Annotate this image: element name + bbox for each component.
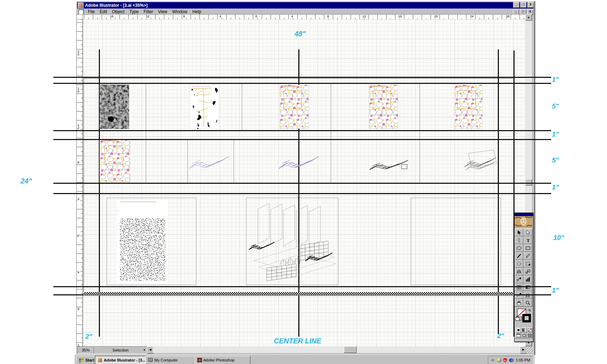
hruler-num: 8	[183, 15, 185, 18]
minimize-button[interactable]: _	[513, 2, 520, 8]
status-mode-box[interactable]: Selection ▼	[94, 346, 148, 354]
photoshop-icon	[197, 358, 202, 362]
placed-image-wireframe-chaise-side[interactable]	[368, 156, 411, 177]
gradient-tool[interactable]	[523, 283, 532, 291]
type-tool[interactable]: T	[523, 236, 532, 244]
scale-tool[interactable]	[523, 268, 532, 275]
fullscreen-mode-button[interactable]	[527, 333, 533, 338]
dimension-line	[53, 77, 551, 78]
placed-image-stipple-print[interactable]	[117, 200, 168, 284]
mesh-tool[interactable]	[515, 283, 523, 291]
paintbrush-tool[interactable]	[515, 252, 523, 260]
reflect-tool[interactable]	[515, 268, 523, 275]
placed-image-ink-diagram[interactable]: processional diagram for X2	[190, 85, 219, 129]
resize-grip[interactable]	[526, 346, 533, 353]
placed-image-pebble-pattern[interactable]	[279, 85, 309, 129]
computer-icon	[148, 358, 153, 362]
illustrator-icon	[97, 358, 102, 363]
tray-eye-icon[interactable]	[509, 358, 514, 362]
twirl-tool[interactable]	[515, 260, 523, 268]
dimension-line	[53, 286, 551, 287]
hruler-num: 8	[327, 15, 329, 18]
document-icon[interactable]	[79, 9, 84, 15]
antivirus-shield-icon[interactable]: V	[503, 358, 507, 363]
placed-image-wireframe-scene[interactable]	[247, 198, 338, 287]
menu-object[interactable]: Object	[110, 9, 127, 15]
column-divider	[242, 83, 242, 130]
start-label: Start	[85, 358, 94, 362]
tray-globe-icon[interactable]	[497, 358, 501, 362]
ellipse-tool[interactable]	[515, 244, 523, 252]
menu-window[interactable]: Window	[170, 9, 190, 15]
bay-outline[interactable]	[411, 198, 501, 285]
column-divider	[234, 139, 234, 183]
svg-text:V: V	[504, 359, 506, 362]
taskbar-button-photoshop[interactable]: Adobe Photoshop	[195, 356, 250, 364]
placed-image-crack-texture[interactable]	[100, 85, 129, 129]
fill-stroke-control[interactable]	[515, 307, 533, 327]
volume-icon[interactable]	[491, 358, 495, 362]
pen-tool[interactable]	[515, 236, 523, 244]
vruler-num: 12	[78, 124, 80, 129]
placed-image-pebble-pattern[interactable]	[100, 139, 130, 182]
dim-label-left-margin: 2"	[85, 333, 92, 341]
menu-help[interactable]: Help	[190, 9, 204, 15]
window-title: Adobe Illustrator - [3.ai <35%>]	[85, 3, 148, 8]
standard-screen-mode-button[interactable]	[516, 333, 521, 338]
dimension-line	[53, 193, 551, 194]
restore-button[interactable]: ❐	[520, 2, 527, 8]
direct-selection-tool[interactable]	[523, 229, 532, 236]
hruler-num: 12	[362, 15, 366, 18]
menu-edit[interactable]: Edit	[97, 9, 110, 15]
graph-tool[interactable]	[523, 275, 532, 283]
fullscreen-menu-mode-button[interactable]	[521, 333, 527, 338]
close-button[interactable]: X	[527, 2, 534, 8]
rectangle-tool[interactable]	[523, 244, 532, 252]
vruler-num: 20	[78, 50, 80, 56]
selection-tool[interactable]	[515, 229, 523, 236]
title-bar[interactable]: Adobe Illustrator - [3.ai <35%>]	[77, 2, 534, 9]
menu-file[interactable]: File	[85, 9, 97, 15]
dimension-line	[53, 139, 551, 140]
status-mode-label: Selection	[112, 348, 128, 352]
color-button[interactable]	[516, 327, 521, 333]
hruler-num: 0	[255, 15, 257, 18]
svg-text:processional diagram for X2: processional diagram for X2	[192, 88, 212, 90]
toolbox-palette[interactable]: T	[514, 213, 533, 342]
dim-label-right-margin: 2"	[497, 332, 504, 340]
vruler-num: 4	[78, 198, 80, 200]
status-dropdown-arrow[interactable]: ▼	[143, 348, 146, 352]
toolbox-title-bar[interactable]	[515, 213, 533, 216]
hscroll-thumb[interactable]	[344, 346, 357, 353]
placed-image-pebble-pattern[interactable]	[454, 85, 483, 129]
placed-image-wireframe-chaise-grid[interactable]	[463, 148, 499, 180]
free-transform-tool[interactable]	[523, 260, 532, 268]
blend-tool[interactable]	[515, 275, 523, 283]
placed-image-wireframe-chaise[interactable]	[188, 152, 232, 175]
menu-type[interactable]: Type	[127, 9, 141, 15]
horizontal-scrollbar[interactable]	[153, 346, 520, 353]
dim-label-row: 10"	[553, 234, 564, 242]
placed-image-wireframe-chaise[interactable]	[277, 152, 322, 175]
dimension-line	[53, 130, 551, 131]
placed-image-pebble-pattern[interactable]	[369, 85, 398, 129]
pencil-tool[interactable]	[523, 252, 532, 260]
clock[interactable]: 1:05 PM	[516, 358, 530, 362]
scroll-up-button[interactable]: ▲	[525, 14, 532, 21]
svg-text:T: T	[527, 238, 530, 243]
panel-bottom-hatch	[84, 292, 514, 296]
vscroll-thumb[interactable]	[525, 179, 532, 186]
hand-tool[interactable]	[515, 299, 523, 307]
column-divider	[146, 83, 146, 183]
zoom-tool[interactable]	[523, 299, 532, 307]
none-button[interactable]	[527, 327, 533, 333]
screen: Adobe Illustrator - [3.ai <35%>] _ ❐ X F…	[0, 0, 607, 364]
vruler-num: 8	[78, 161, 80, 164]
menu-view[interactable]: View	[155, 9, 170, 15]
zoom-level-box[interactable]: 35%	[77, 346, 94, 354]
menu-filter[interactable]: Filter	[141, 9, 156, 15]
gradient-button[interactable]	[521, 327, 527, 333]
taskbar-button-illustrator[interactable]: Adobe Illustrator - [3....	[95, 356, 149, 364]
taskbar-button-my-computer[interactable]: My Computer	[145, 356, 199, 364]
system-tray: V 1:05 PM	[488, 356, 533, 364]
